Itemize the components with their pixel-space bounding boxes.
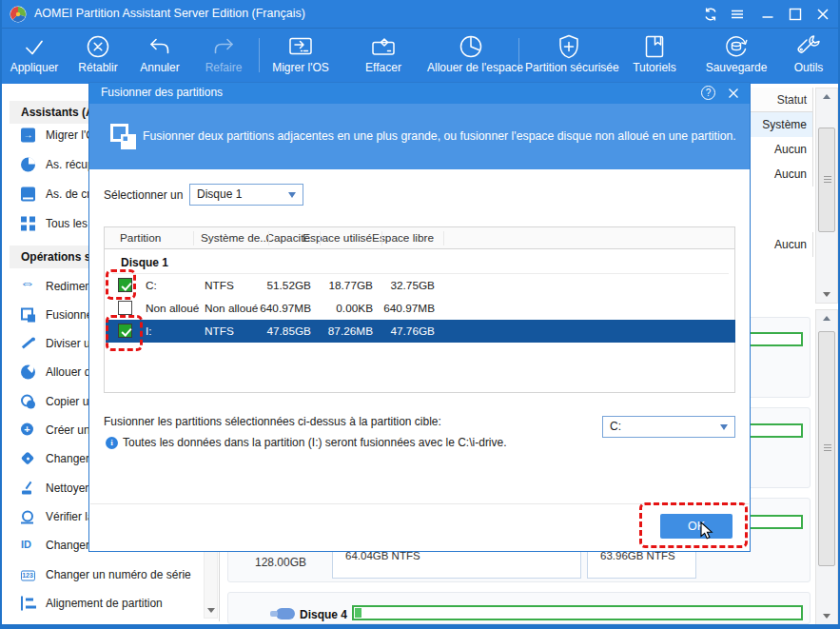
migrate-os-icon bbox=[21, 128, 35, 142]
info-text: Toutes les données dans la partition (I:… bbox=[123, 436, 507, 449]
partition-row-unallocated[interactable]: Non alloué Non alloué 640.97MB 0.00KB 64… bbox=[106, 297, 735, 320]
migrate-os-button[interactable]: Migrer l'OS bbox=[257, 29, 344, 82]
scrollbar-thumb[interactable] bbox=[818, 128, 835, 232]
annotation-rect-ok bbox=[639, 502, 748, 548]
scroll-up-icon[interactable] bbox=[823, 316, 830, 321]
secure-partition-icon bbox=[555, 32, 583, 61]
all-tools-icon bbox=[21, 216, 35, 230]
minimize-icon[interactable] bbox=[760, 7, 775, 22]
allocate-space-icon bbox=[457, 32, 485, 61]
target-partition-combo[interactable]: C: bbox=[602, 416, 735, 438]
dialog-title: Fusionner des partitions bbox=[101, 83, 223, 103]
window-title: AOMEI Partition Assistant Server Edition… bbox=[34, 0, 305, 28]
disk-map-scrollbar[interactable] bbox=[815, 309, 838, 625]
scroll-down-icon[interactable] bbox=[823, 614, 830, 619]
mouse-cursor bbox=[700, 521, 714, 541]
partition-select-table: Partition Système de... Capacité Espace … bbox=[104, 226, 735, 393]
tools-icon bbox=[794, 32, 823, 61]
checkbox-unchecked[interactable] bbox=[118, 301, 132, 315]
scroll-down-icon[interactable] bbox=[823, 292, 830, 297]
disk-group-row: Disque 1 bbox=[106, 251, 735, 274]
restore-wizard-icon bbox=[21, 157, 35, 171]
merge-partitions-dialog: Fusionner des partitions ? Fusionner deu… bbox=[88, 82, 751, 552]
dialog-title-bar: Fusionner des partitions ? bbox=[89, 83, 750, 104]
create-wizard-icon bbox=[21, 187, 35, 201]
backup-icon bbox=[722, 32, 751, 61]
scroll-down-icon[interactable] bbox=[207, 608, 215, 613]
resize-icon bbox=[21, 279, 35, 293]
merge-target-label: Fusionner les partitions sélectionnées c… bbox=[104, 415, 441, 428]
serial-icon bbox=[21, 570, 35, 580]
clean-icon bbox=[21, 481, 35, 495]
tools-button[interactable]: Outils bbox=[765, 29, 840, 82]
create-icon bbox=[21, 423, 35, 438]
disk4-name: Disque 4 bbox=[300, 608, 347, 621]
dialog-close-icon[interactable] bbox=[727, 87, 740, 100]
sidebar-item[interactable]: Alignement de partition bbox=[10, 588, 204, 618]
secure-partition-button[interactable]: Partition sécurisée bbox=[525, 29, 613, 82]
tutorials-button[interactable]: Tutoriels bbox=[611, 29, 698, 82]
info-icon: i bbox=[106, 437, 118, 449]
tutorials-icon bbox=[640, 32, 669, 61]
close-icon[interactable] bbox=[815, 7, 830, 22]
refresh-icon[interactable] bbox=[703, 7, 718, 22]
migrate-os-icon bbox=[286, 32, 315, 61]
align-icon bbox=[21, 596, 35, 610]
annotation-rect-checkbox-c bbox=[106, 269, 136, 300]
allocate-icon bbox=[21, 365, 35, 380]
maximize-icon[interactable] bbox=[788, 7, 803, 22]
partition-table-scrollbar[interactable] bbox=[815, 88, 838, 304]
usb-disk-icon bbox=[270, 607, 296, 620]
scroll-up-icon[interactable] bbox=[823, 94, 830, 99]
toolbar: Appliquer Rétablir Annuler Refaire Migre… bbox=[0, 29, 840, 84]
disk-card: Disque 4 bbox=[227, 592, 811, 624]
menu-icon[interactable] bbox=[730, 7, 745, 22]
dialog-banner: Fusionner deux partitions adjacentes en … bbox=[89, 104, 750, 169]
disk-bar[interactable] bbox=[352, 605, 803, 620]
redo-button[interactable]: Refaire bbox=[180, 29, 267, 82]
help-icon[interactable]: ? bbox=[701, 86, 715, 100]
title-bar: AOMEI Partition Assistant Server Edition… bbox=[0, 0, 840, 29]
chevron-down-icon bbox=[720, 424, 728, 430]
allocate-space-button[interactable]: Allouer de l'espace bbox=[427, 29, 515, 82]
wipe-button[interactable]: Effacer bbox=[340, 29, 427, 82]
split-icon bbox=[21, 337, 35, 351]
disk-select-combo[interactable]: Disque 1 bbox=[189, 184, 303, 206]
partition-row-i-selected[interactable]: I: NTFS 47.85GB 87.26MB 47.76GB bbox=[106, 320, 735, 343]
wipe-disk-icon bbox=[369, 32, 398, 61]
merge-icon bbox=[108, 122, 139, 152]
app-logo-icon bbox=[10, 6, 27, 23]
toolbar-separator bbox=[518, 38, 519, 72]
chevron-down-icon bbox=[288, 192, 296, 198]
copy-icon bbox=[21, 394, 35, 408]
app-window: AOMEI Partition Assistant Server Edition… bbox=[0, 0, 840, 629]
partition-row-c[interactable]: C: NTFS 51.52GB 18.77GB 32.75GB bbox=[106, 274, 735, 297]
scrollbar-thumb[interactable] bbox=[818, 331, 835, 566]
check-icon bbox=[21, 509, 35, 523]
sidebar-item[interactable]: Changer un numéro de série bbox=[10, 560, 204, 589]
merge-icon bbox=[21, 307, 35, 322]
undo-icon bbox=[146, 32, 174, 61]
id-icon bbox=[21, 539, 35, 553]
label-tag-icon bbox=[21, 452, 35, 466]
select-disk-label: Sélectionner un bbox=[104, 188, 183, 202]
dialog-description: Fusionner deux partitions adjacentes en … bbox=[143, 104, 736, 169]
statut-column-header: Statut bbox=[777, 88, 807, 112]
apply-check-icon bbox=[20, 32, 49, 61]
table-header-row: Partition Système de... Capacité Espace … bbox=[105, 227, 734, 249]
disk3-size: 128.00GB bbox=[255, 556, 306, 569]
annotation-rect-checkbox-i bbox=[106, 315, 143, 351]
redo-icon bbox=[209, 32, 238, 61]
discard-circle-x-icon bbox=[84, 32, 112, 61]
